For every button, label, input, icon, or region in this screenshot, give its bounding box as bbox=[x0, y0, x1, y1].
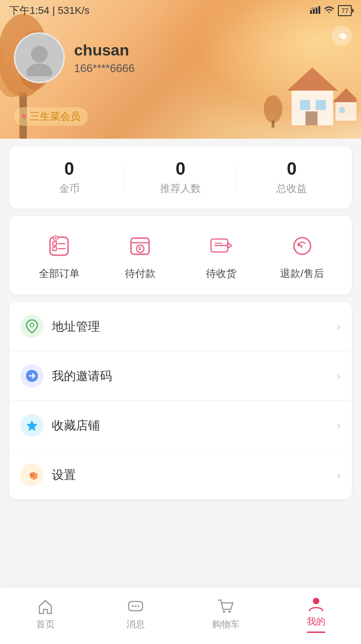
svg-marker-11 bbox=[287, 67, 338, 91]
menu-settings-label: 设置 bbox=[52, 467, 328, 483]
svg-marker-44 bbox=[26, 420, 37, 431]
svg-rect-24 bbox=[53, 247, 56, 251]
battery-icon: 77 bbox=[338, 5, 352, 16]
status-icons: HD 77 bbox=[310, 5, 352, 16]
house-decoration bbox=[264, 54, 356, 129]
svg-point-51 bbox=[313, 598, 319, 604]
order-refund[interactable]: ¥ 退款/售后 bbox=[261, 230, 342, 281]
tab-messages[interactable]: 消息 bbox=[90, 598, 180, 631]
order-all[interactable]: 全部订单 bbox=[19, 230, 100, 281]
svg-rect-19 bbox=[272, 121, 274, 128]
settings-button[interactable] bbox=[331, 25, 352, 46]
status-bar: 下午1:54 | 531K/s HD 77 bbox=[0, 0, 361, 21]
svg-rect-22 bbox=[50, 237, 68, 255]
orders-row: 全部订单 ¥ 待付款 bbox=[19, 230, 342, 281]
menu-card: 地址管理 › 我的邀请码 › 收藏店铺 › 设置 bbox=[9, 302, 352, 499]
svg-rect-0 bbox=[310, 10, 312, 14]
stat-referrals-label: 推荐人数 bbox=[125, 182, 236, 196]
svg-rect-14 bbox=[305, 111, 317, 125]
menu-favorites-label: 收藏店铺 bbox=[52, 417, 328, 434]
svg-point-47 bbox=[135, 605, 137, 607]
address-icon-bg bbox=[20, 315, 44, 338]
order-all-label: 全部订单 bbox=[39, 267, 80, 281]
svg-text:HD: HD bbox=[311, 7, 315, 10]
stat-coins-value: 0 bbox=[14, 159, 124, 179]
stat-earnings-label: 总收益 bbox=[237, 182, 347, 196]
order-pending-payment[interactable]: ¥ 待付款 bbox=[100, 230, 180, 281]
stat-coins[interactable]: 0 金币 bbox=[14, 159, 124, 196]
svg-rect-12 bbox=[300, 100, 310, 110]
svg-rect-2 bbox=[316, 7, 317, 14]
profile-info: chusan 166****6666 bbox=[14, 32, 135, 83]
stat-referrals-value: 0 bbox=[125, 159, 236, 179]
stats-card: 0 金币 0 推荐人数 0 总收益 bbox=[9, 146, 352, 209]
battery-level: 77 bbox=[341, 7, 349, 14]
menu-address-label: 地址管理 bbox=[52, 319, 328, 335]
svg-rect-3 bbox=[318, 6, 320, 14]
favorites-icon-bg bbox=[20, 414, 44, 437]
order-refund-label: 退款/售后 bbox=[280, 267, 324, 281]
svg-rect-13 bbox=[316, 100, 326, 110]
svg-point-50 bbox=[228, 610, 230, 613]
heart-icon: ♥ bbox=[21, 111, 27, 122]
svg-text:¥: ¥ bbox=[138, 245, 142, 252]
svg-text:¥: ¥ bbox=[300, 244, 303, 249]
tab-cart[interactable]: 购物车 bbox=[180, 598, 271, 631]
wifi-icon bbox=[324, 6, 334, 16]
settings-icon-bg bbox=[20, 463, 44, 486]
svg-rect-17 bbox=[339, 107, 345, 113]
menu-invite-label: 我的邀请码 bbox=[52, 368, 328, 384]
avatar[interactable] bbox=[14, 32, 65, 83]
menu-settings-arrow: › bbox=[336, 468, 341, 482]
svg-rect-15 bbox=[336, 102, 356, 121]
order-pending-delivery[interactable]: 待收货 bbox=[180, 230, 261, 281]
menu-settings[interactable]: 设置 › bbox=[9, 450, 352, 499]
username: chusan bbox=[74, 41, 135, 59]
stat-earnings[interactable]: 0 总收益 bbox=[237, 159, 347, 196]
svg-point-18 bbox=[264, 95, 282, 123]
stat-coins-label: 金币 bbox=[14, 182, 124, 196]
order-pending-payment-label: 待付款 bbox=[125, 267, 156, 281]
tab-my-label: 我的 bbox=[307, 615, 325, 628]
svg-point-21 bbox=[26, 63, 52, 76]
tab-active-indicator bbox=[307, 632, 325, 633]
invite-icon-bg bbox=[20, 364, 44, 387]
stat-referrals[interactable]: 0 推荐人数 bbox=[125, 159, 236, 196]
svg-point-42 bbox=[31, 324, 33, 326]
menu-invite[interactable]: 我的邀请码 › bbox=[9, 351, 352, 401]
menu-address[interactable]: 地址管理 › bbox=[9, 302, 352, 351]
menu-favorites-arrow: › bbox=[336, 418, 341, 433]
svg-point-20 bbox=[31, 46, 48, 62]
orders-card: 全部订单 ¥ 待付款 bbox=[9, 216, 352, 294]
svg-point-49 bbox=[223, 610, 225, 613]
tab-home[interactable]: 首页 bbox=[0, 598, 90, 631]
member-badge[interactable]: ♥ 三生菜会员 bbox=[14, 107, 88, 126]
tab-my[interactable]: 我的 bbox=[271, 595, 361, 633]
menu-invite-arrow: › bbox=[336, 369, 341, 383]
svg-rect-23 bbox=[53, 242, 56, 245]
menu-address-arrow: › bbox=[336, 319, 341, 334]
tab-messages-label: 消息 bbox=[126, 618, 145, 631]
status-time: 下午1:54 | 531K/s bbox=[9, 4, 89, 18]
svg-point-48 bbox=[137, 605, 139, 607]
stat-earnings-value: 0 bbox=[237, 159, 347, 179]
svg-point-46 bbox=[132, 605, 134, 607]
member-label: 三生菜会员 bbox=[30, 110, 81, 123]
phone: 166****6666 bbox=[74, 62, 135, 75]
tab-bar: 首页 消息 购物车 我的 bbox=[0, 587, 361, 644]
menu-favorites[interactable]: 收藏店铺 › bbox=[9, 401, 352, 450]
signal-icon: HD bbox=[310, 6, 320, 16]
order-pending-delivery-label: 待收货 bbox=[206, 267, 237, 281]
tab-cart-label: 购物车 bbox=[212, 618, 240, 631]
tab-home-label: 首页 bbox=[36, 618, 55, 631]
